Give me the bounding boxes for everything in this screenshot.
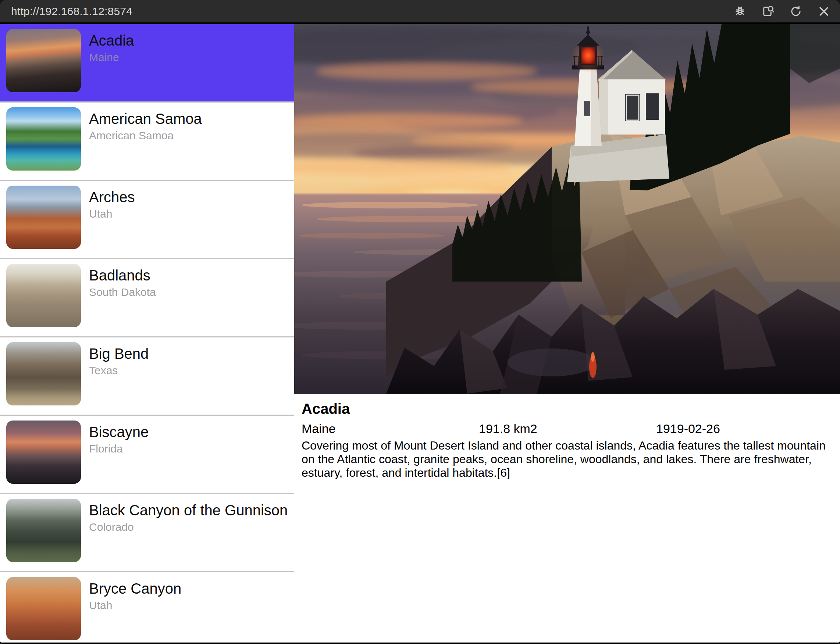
window-bottom-edge — [0, 642, 840, 644]
park-name: American Samoa — [89, 110, 202, 128]
acadia-photo-illustration — [294, 24, 840, 394]
park-thumbnail — [6, 264, 81, 327]
inspect-icon[interactable] — [761, 5, 774, 18]
park-thumbnail — [6, 186, 81, 249]
park-list-item-black-canyon-of-the-gunnison[interactable]: Black Canyon of the Gunnison Colorado — [0, 494, 294, 572]
park-state: Utah — [89, 207, 135, 221]
detail-meta-row: Maine 191.8 km2 1919-02-26 — [301, 421, 833, 436]
detail-pane: Acadia Maine 191.8 km2 1919-02-26 Coveri… — [294, 24, 840, 642]
park-thumbnail — [6, 107, 81, 171]
detail-info: Acadia Maine 191.8 km2 1919-02-26 Coveri… — [294, 394, 840, 480]
debug-icon[interactable] — [733, 5, 746, 18]
park-name: Bryce Canyon — [89, 579, 181, 598]
park-name: Big Bend — [89, 344, 148, 363]
park-list-item-acadia[interactable]: Acadia Maine — [0, 24, 294, 103]
detail-state: Maine — [301, 421, 479, 436]
park-name: Acadia — [89, 31, 134, 49]
close-icon[interactable] — [817, 5, 830, 18]
park-state: Texas — [89, 363, 148, 378]
park-name: Arches — [89, 188, 135, 206]
park-state: Utah — [89, 598, 181, 613]
park-state: Florida — [89, 442, 148, 456]
park-thumbnail — [6, 499, 81, 562]
park-list-item-badlands[interactable]: Badlands South Dakota — [0, 259, 294, 337]
detail-description: Covering most of Mount Desert Island and… — [301, 439, 833, 480]
titlebar: http://192.168.1.12:8574 — [0, 0, 840, 22]
park-list-item-arches[interactable]: Arches Utah — [0, 181, 294, 259]
detail-established-date: 1919-02-26 — [656, 421, 833, 436]
detail-area: 191.8 km2 — [479, 421, 656, 436]
park-thumbnail — [6, 421, 81, 484]
detail-title: Acadia — [301, 401, 833, 417]
park-list-item-american-samoa[interactable]: American Samoa American Samoa — [0, 103, 294, 181]
url-text: http://192.168.1.12:8574 — [11, 5, 132, 18]
park-name: Badlands — [89, 266, 156, 284]
park-list-item-bryce-canyon[interactable]: Bryce Canyon Utah — [0, 572, 294, 642]
park-thumbnail — [6, 577, 81, 640]
park-name: Biscayne — [89, 423, 148, 441]
park-list-item-big-bend[interactable]: Big Bend Texas — [0, 337, 294, 416]
main-content: Acadia Maine American Samoa American Sam… — [0, 24, 840, 642]
app-window: http://192.168.1.12:8574 — [0, 0, 840, 644]
park-state: American Samoa — [89, 129, 202, 143]
park-state: Maine — [89, 50, 134, 64]
park-list-item-biscayne[interactable]: Biscayne Florida — [0, 416, 294, 494]
park-name: Black Canyon of the Gunnison — [89, 501, 288, 519]
hero-photo — [294, 24, 840, 394]
park-state: South Dakota — [89, 285, 156, 299]
park-thumbnail — [6, 342, 81, 406]
reload-icon[interactable] — [789, 5, 802, 18]
parks-list[interactable]: Acadia Maine American Samoa American Sam… — [0, 24, 294, 642]
park-state: Colorado — [89, 520, 288, 534]
titlebar-actions — [733, 5, 830, 18]
park-thumbnail — [6, 29, 81, 92]
